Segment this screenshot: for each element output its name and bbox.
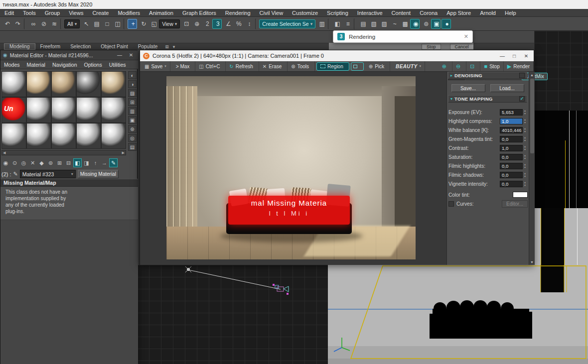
redo-icon[interactable]: ↷ xyxy=(12,19,22,29)
tone-mapping-header[interactable]: ▾ TONE MAPPING ✓ xyxy=(448,95,527,103)
undo-icon[interactable]: ↶ xyxy=(2,19,11,29)
window-titlebar[interactable]: тиная.max - Autodesk 3ds Max 2020 xyxy=(0,0,588,9)
ribbon-tab-populate[interactable]: Populate xyxy=(133,43,162,50)
rendered-image[interactable]: mal Missing Materia l t l Mi i xyxy=(166,76,416,259)
menu-item[interactable]: Modes xyxy=(0,61,23,69)
erase-button[interactable]: ✕ Erase xyxy=(259,61,288,71)
region-mode-button[interactable] xyxy=(351,62,364,71)
make-unique-icon[interactable]: ⊚ xyxy=(46,158,55,167)
reference-coordinate-system-dropdown[interactable]: View ▾ xyxy=(159,19,180,28)
save-button[interactable]: ▦ Save ▾ xyxy=(141,61,170,71)
toolbar-separator[interactable] xyxy=(354,18,356,29)
pick-material-from-object-icon[interactable]: ✎ xyxy=(109,158,118,167)
toolbar-separator[interactable] xyxy=(255,18,257,29)
channel-dropdown[interactable]: BEAUTY ▾ xyxy=(390,61,425,71)
close-icon[interactable]: ✕ xyxy=(522,53,531,59)
scrollbar-thumb[interactable] xyxy=(530,79,534,153)
make-material-copy-icon[interactable]: ◆ xyxy=(37,158,46,167)
zoom-out-icon[interactable]: ⊖ xyxy=(452,61,466,71)
spinner[interactable]: ▴▾ xyxy=(523,162,527,169)
material-swatch[interactable] xyxy=(1,123,26,149)
value-input[interactable]: 1,0 xyxy=(500,118,523,124)
menu-item[interactable]: Civil View xyxy=(255,9,288,17)
put-material-to-scene-icon[interactable]: ⊙ xyxy=(10,158,19,167)
menu-item[interactable]: Edit xyxy=(0,9,18,17)
material-swatch[interactable] xyxy=(1,71,26,97)
put-to-library-icon[interactable]: ⊞ xyxy=(55,158,64,167)
menu-item[interactable]: Options xyxy=(81,61,106,69)
menu-item[interactable]: Interactive xyxy=(353,9,387,17)
menu-item[interactable]: Content xyxy=(387,9,416,17)
spinner[interactable]: ▴▾ xyxy=(523,109,527,116)
menu-item[interactable]: Arnold xyxy=(475,9,500,17)
refresh-button[interactable]: ↻ Refresh xyxy=(226,61,259,71)
viewport-perspective-shaded[interactable] xyxy=(328,265,588,364)
rendering-notification[interactable]: 3 Rendering ✕ xyxy=(333,30,473,43)
menu-item[interactable]: Material xyxy=(23,61,49,69)
spinner[interactable]: ▴▾ xyxy=(523,135,527,142)
material-swatch[interactable] xyxy=(26,123,51,149)
menu-item[interactable]: Scripting xyxy=(322,9,353,17)
scroll-right-icon[interactable]: ▶ xyxy=(122,151,125,155)
scroll-down-icon[interactable]: ▼ xyxy=(529,259,535,265)
schematic-view-icon[interactable]: ▩ xyxy=(400,19,409,29)
render-production-icon[interactable]: ● xyxy=(441,19,451,29)
render-canvas-area[interactable]: mal Missing Materia l t l Mi i xyxy=(140,72,446,265)
value-input[interactable]: 4010,446 xyxy=(500,127,523,133)
select-and-move-icon[interactable]: + xyxy=(128,19,137,29)
material-swatch[interactable] xyxy=(101,97,126,123)
select-and-scale-icon[interactable]: ◱ xyxy=(148,19,158,29)
ribbon-tab-modeling[interactable]: Modeling xyxy=(4,43,35,50)
copy-button[interactable]: ◫ Ctrl+C xyxy=(195,61,226,71)
menu-item[interactable]: Views xyxy=(64,9,88,17)
send-to-max-button[interactable]: > Max xyxy=(170,61,196,71)
viewport-top-right[interactable] xyxy=(534,31,588,111)
unlink-selection-icon[interactable]: ⊘ xyxy=(38,19,48,29)
menu-item[interactable]: Create xyxy=(88,9,113,17)
pick-from-object-icon[interactable]: ✎ xyxy=(13,171,18,177)
select-by-name-icon[interactable]: ▤ xyxy=(91,19,101,29)
toggle-scene-explorer-icon[interactable]: ▤ xyxy=(358,19,367,29)
scroll-left-icon[interactable]: ◀ xyxy=(3,151,5,155)
region-button[interactable]: Region xyxy=(316,62,349,71)
toggle-ribbon-icon[interactable]: ▨ xyxy=(379,19,388,29)
zoom-fit-icon[interactable]: ⊡ xyxy=(466,61,480,71)
material-swatch[interactable] xyxy=(76,97,101,123)
assign-material-to-selection-icon[interactable]: ◎ xyxy=(19,158,28,167)
value-input[interactable]: 1,0 xyxy=(500,145,523,151)
tone-mapping-checkbox[interactable]: ✓ xyxy=(519,96,525,102)
go-to-parent-icon[interactable]: ↑ xyxy=(91,158,100,167)
percent-snap-toggle-icon[interactable]: % xyxy=(233,19,243,29)
align-icon[interactable]: ≡ xyxy=(342,19,352,29)
spinner[interactable]: ▴▾ xyxy=(523,153,527,160)
use-pivot-point-center-icon[interactable]: ⊡ xyxy=(181,19,190,29)
snaps-toggle-3d-icon[interactable]: 3 xyxy=(212,19,222,29)
toolbar-separator[interactable] xyxy=(124,18,126,29)
scroll-up-icon[interactable]: ▲ xyxy=(529,72,535,78)
menu-item[interactable]: Group xyxy=(40,9,65,17)
menu-item[interactable]: Navigation xyxy=(49,61,81,69)
menu-item[interactable]: Animation xyxy=(145,9,178,17)
spinner-snap-toggle-icon[interactable]: ↕ xyxy=(244,19,253,29)
show-end-result-icon[interactable]: ◨ xyxy=(82,158,91,167)
zoom-in-icon[interactable]: ⊕ xyxy=(439,61,452,71)
select-object-icon[interactable]: ↖ xyxy=(81,19,90,29)
material-swatch[interactable]: Un xyxy=(1,97,26,123)
select-by-material-icon[interactable]: ◎ xyxy=(128,134,137,142)
ribbon-tab-freeform[interactable]: Freeform xyxy=(35,43,66,50)
material-name-dropdown[interactable]: Material #323 ▾ xyxy=(20,170,76,178)
menu-item[interactable]: Graph Editors xyxy=(178,9,221,17)
toolbar-separator[interactable] xyxy=(328,18,330,29)
selection-filter-dropdown[interactable]: All ▾ xyxy=(64,19,80,28)
ribbon-panel-icon[interactable]: ⊞ xyxy=(163,44,170,49)
material-map-navigator-icon[interactable]: ▤ xyxy=(128,143,137,151)
select-and-rotate-icon[interactable]: ↻ xyxy=(138,19,147,29)
ribbon-collapse-icon[interactable]: ▾ xyxy=(171,44,177,49)
stop-render-button[interactable]: ■ Stop xyxy=(480,61,503,71)
start-render-button[interactable]: ▶ Render xyxy=(504,61,534,71)
load-config-button[interactable]: Load... xyxy=(490,84,524,92)
minimize-icon[interactable]: — xyxy=(498,53,507,59)
toolbar-separator[interactable] xyxy=(60,18,62,29)
menu-item[interactable]: Customize xyxy=(288,9,322,17)
value-input[interactable]: 0,0 xyxy=(500,181,523,187)
